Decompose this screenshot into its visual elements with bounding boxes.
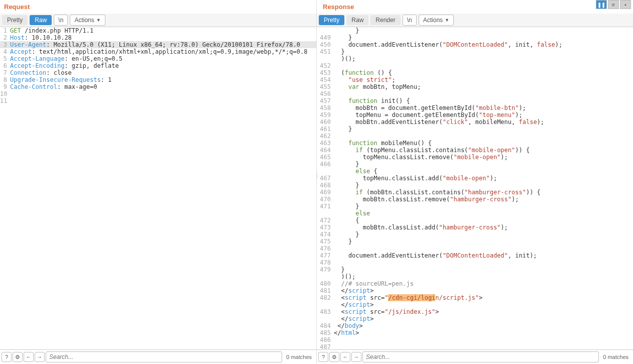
prev-match-button[interactable]: ← xyxy=(24,352,34,362)
code-line[interactable]: 451 } xyxy=(317,48,633,55)
code-line[interactable]: 4Accept: text/html,application/xhtml+xml… xyxy=(0,48,316,55)
code-line[interactable]: 9Cache-Control: max-age=0 xyxy=(0,83,316,90)
response-code[interactable]: }449 }450 document.addEventListener("DOM… xyxy=(317,27,633,364)
code-line[interactable]: 459 topMenu = document.getElementById("t… xyxy=(317,111,633,118)
code-line[interactable]: 482 <script src="/cdn-cgi/login/script.j… xyxy=(317,294,633,301)
gear-icon[interactable]: ⚙ xyxy=(13,352,23,362)
line-content xyxy=(333,133,633,140)
code-line[interactable]: )(); xyxy=(317,55,633,62)
escape-toggle[interactable]: \n xyxy=(403,15,417,26)
code-line[interactable]: 475 } xyxy=(317,238,633,245)
code-line[interactable]: 477 document.addEventListener("DOMConten… xyxy=(317,252,633,259)
code-line[interactable]: 458 mobBtn = document.getElementById("mo… xyxy=(317,104,633,111)
code-line[interactable]: 484 </body> xyxy=(317,322,633,329)
code-line[interactable]: 468 } xyxy=(317,182,633,189)
code-line[interactable]: 460 mobBtn.addEventListener("click", mob… xyxy=(317,118,633,126)
code-line[interactable]: 1GET /index.php HTTP/1.1 xyxy=(0,27,316,34)
line-content: } xyxy=(333,182,633,189)
layout-button[interactable]: ≡ xyxy=(608,0,619,9)
help-icon[interactable]: ? xyxy=(2,352,12,362)
line-content xyxy=(333,90,633,97)
line-content: </script> xyxy=(333,287,633,294)
request-code[interactable]: 1GET /index.php HTTP/1.12Host: 10.10.10.… xyxy=(0,27,316,364)
request-title: Request xyxy=(0,0,316,14)
line-number: 456 xyxy=(317,90,333,97)
code-line[interactable]: 456 xyxy=(317,90,633,97)
line-content: } xyxy=(333,126,633,133)
code-line[interactable]: 481 </script> xyxy=(317,287,633,294)
code-line[interactable]: 465 topMenu.classList.remove("mobile-ope… xyxy=(317,154,633,161)
code-line[interactable]: 7Connection: close xyxy=(0,69,316,76)
line-content: { xyxy=(333,217,633,224)
code-line[interactable]: 5Accept-Language: en-US,en;q=0.5 xyxy=(0,55,316,62)
code-line[interactable]: 462 xyxy=(317,133,633,140)
code-line[interactable]: 11 xyxy=(0,97,316,104)
escape-toggle[interactable]: \n xyxy=(54,15,68,26)
code-line[interactable]: else { xyxy=(317,168,633,175)
line-content: document.addEventListener("DOMContentLoa… xyxy=(333,41,633,48)
code-line[interactable]: 486 xyxy=(317,336,633,343)
drag-handle-icon[interactable]: ⋮⋮ xyxy=(315,173,319,178)
code-line[interactable]: 483 <script src="/js/index.js"> xyxy=(317,308,633,315)
prev-match-button[interactable]: ← xyxy=(340,352,350,362)
tab-pretty[interactable]: Pretty xyxy=(2,15,28,25)
line-number: 7 xyxy=(0,69,9,76)
code-line[interactable]: 467 topMenu.classList.add("mobile-open")… xyxy=(317,175,633,182)
line-content: if (topMenu.classList.contains("mobile-o… xyxy=(333,147,633,154)
line-number: 8 xyxy=(0,76,9,83)
code-line[interactable]: 479 } xyxy=(317,266,633,273)
code-line[interactable]: 472 { xyxy=(317,217,633,224)
code-line[interactable]: 473 mobBtn.classList.add("hamburger-cros… xyxy=(317,224,633,231)
gear-icon[interactable]: ⚙ xyxy=(329,352,339,362)
code-line[interactable]: 466 } xyxy=(317,161,633,168)
tab-pretty[interactable]: Pretty xyxy=(319,15,344,25)
code-line[interactable]: 480 //# sourceURL=pen.js xyxy=(317,280,633,287)
code-line[interactable]: 449 } xyxy=(317,34,633,41)
code-line[interactable]: 457 function init() { xyxy=(317,97,633,104)
code-line[interactable]: else xyxy=(317,210,633,217)
line-content: Upgrade-Insecure-Requests: 1 xyxy=(9,76,316,83)
code-line[interactable]: 470 mobBtn.classList.remove("hamburger-c… xyxy=(317,196,633,203)
search-input[interactable] xyxy=(46,351,282,362)
code-line[interactable]: 6Accept-Encoding: gzip, deflate xyxy=(0,62,316,69)
next-match-button[interactable]: → xyxy=(35,352,45,362)
line-number: 459 xyxy=(317,111,333,118)
help-icon[interactable]: ? xyxy=(318,352,328,362)
next-match-button[interactable]: → xyxy=(351,352,361,362)
code-line[interactable]: 10 xyxy=(0,90,316,97)
code-line[interactable]: 453 (function () { xyxy=(317,69,633,76)
pause-button[interactable]: ❚❚ xyxy=(596,0,607,9)
code-line[interactable]: 461 } xyxy=(317,126,633,133)
code-line[interactable]: 455 var mobBtn, topMenu; xyxy=(317,83,633,90)
code-line[interactable]: } xyxy=(317,27,633,34)
view-button[interactable]: ▪ xyxy=(620,0,631,9)
code-line[interactable]: 476 xyxy=(317,245,633,252)
code-line[interactable]: </script> xyxy=(317,315,633,322)
search-input[interactable] xyxy=(362,351,599,362)
code-line[interactable]: 478 xyxy=(317,259,633,266)
line-content: )(); xyxy=(333,273,633,280)
code-line[interactable]: )(); xyxy=(317,273,633,280)
line-content: </body> xyxy=(333,322,633,329)
tab-raw[interactable]: Raw xyxy=(30,15,52,25)
code-line[interactable]: </script> xyxy=(317,301,633,308)
tab-render[interactable]: Render xyxy=(370,15,400,25)
code-line[interactable]: 3User-Agent: Mozilla/5.0 (X11; Linux x86… xyxy=(0,41,316,48)
code-line[interactable]: 450 document.addEventListener("DOMConten… xyxy=(317,41,633,48)
code-line[interactable]: 8Upgrade-Insecure-Requests: 1 xyxy=(0,76,316,83)
code-line[interactable]: 474 } xyxy=(317,231,633,238)
tab-raw[interactable]: Raw xyxy=(346,15,368,25)
line-content: User-Agent: Mozilla/5.0 (X11; Linux x86_… xyxy=(9,41,316,48)
code-line[interactable]: 454 "use strict"; xyxy=(317,76,633,83)
line-content: document.addEventListener("DOMContentLoa… xyxy=(333,252,633,259)
line-number: 477 xyxy=(317,252,333,259)
code-line[interactable]: 471 } xyxy=(317,203,633,210)
code-line[interactable]: 464 if (topMenu.classList.contains("mobi… xyxy=(317,147,633,154)
code-line[interactable]: 463 function mobileMenu() { xyxy=(317,140,633,147)
code-line[interactable]: 2Host: 10.10.10.28 xyxy=(0,34,316,41)
actions-dropdown[interactable]: Actions ▼ xyxy=(70,15,105,26)
code-line[interactable]: 452 xyxy=(317,62,633,69)
code-line[interactable]: 469 if (mobBtn.classList.contains("hambu… xyxy=(317,189,633,196)
actions-dropdown[interactable]: Actions ▼ xyxy=(419,15,454,26)
code-line[interactable]: 485</html> xyxy=(317,329,633,336)
